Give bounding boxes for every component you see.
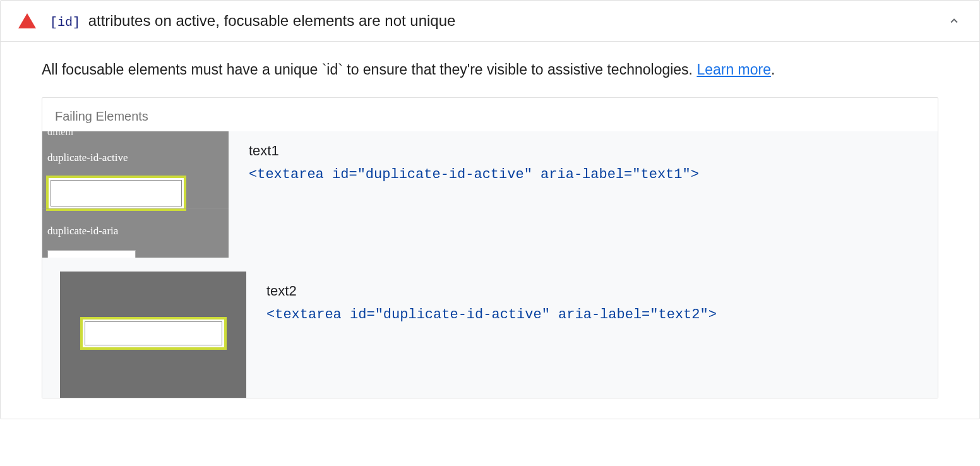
failing-element-row[interactable]: dlitem duplicate-id-active duplicate-id-… <box>42 131 938 272</box>
audit-title: [id] attributes on active, focusable ele… <box>50 12 947 30</box>
failing-element-detail: text1 <textarea id="duplicate-id-active"… <box>229 131 938 182</box>
failing-elements-panel: Failing Elements dlitem duplicate-id-act… <box>42 97 938 398</box>
audit-title-text: attributes on active, focusable elements… <box>84 12 455 29</box>
audit-description: All focusable elements must have a uniqu… <box>42 59 938 80</box>
audit-container: [id] attributes on active, focusable ele… <box>0 0 980 419</box>
element-html-snippet: <textarea id="duplicate-id-active" aria-… <box>266 307 938 323</box>
highlighted-element-box <box>80 317 227 350</box>
chevron-up-icon[interactable] <box>947 13 962 28</box>
id-code-badge: [id] <box>50 15 80 30</box>
element-accessible-name: text1 <box>249 143 938 159</box>
element-accessible-name: text2 <box>266 283 938 299</box>
audit-body: All focusable elements must have a uniqu… <box>1 42 979 419</box>
audit-description-text: All focusable elements must have a uniqu… <box>42 61 696 78</box>
audit-description-suffix: . <box>771 61 775 78</box>
failing-elements-header: Failing Elements <box>42 98 938 131</box>
thumb-label: duplicate-id-aria <box>47 225 118 237</box>
failing-elements-list: dlitem duplicate-id-active duplicate-id-… <box>42 131 938 398</box>
thumb-partial-label: dlitem <box>47 131 73 138</box>
audit-header-row[interactable]: [id] attributes on active, focusable ele… <box>1 1 979 42</box>
thumb-partial-box <box>47 250 136 258</box>
element-thumbnail <box>60 272 246 398</box>
failing-element-row[interactable]: text2 <textarea id="duplicate-id-active"… <box>42 272 938 398</box>
learn-more-link[interactable]: Learn more <box>696 61 771 78</box>
warning-triangle-icon <box>18 13 36 28</box>
failing-element-detail: text2 <textarea id="duplicate-id-active"… <box>246 272 938 323</box>
highlighted-element-box <box>46 176 186 211</box>
element-html-snippet: <textarea id="duplicate-id-active" aria-… <box>249 167 938 182</box>
element-thumbnail: dlitem duplicate-id-active duplicate-id-… <box>42 131 229 258</box>
thumb-label: duplicate-id-active <box>47 152 128 164</box>
